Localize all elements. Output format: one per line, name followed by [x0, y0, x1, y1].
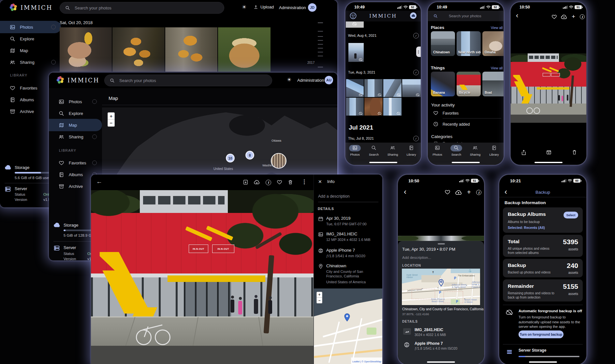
- add-plus-icon[interactable]: +: [467, 189, 471, 196]
- map-cluster-marker[interactable]: 10: [226, 154, 235, 162]
- thing-card[interactable]: Bicycle: [457, 72, 481, 96]
- immich-logo[interactable]: IMMICH: [9, 3, 53, 12]
- photo-thumbnail[interactable]: [218, 27, 271, 72]
- search-bar[interactable]: [60, 2, 224, 14]
- share-icon[interactable]: [521, 149, 526, 155]
- profile-backup-icon[interactable]: [410, 12, 417, 19]
- back-chevron-icon[interactable]: ‹: [516, 12, 518, 19]
- description-input[interactable]: Add description...: [402, 256, 431, 259]
- search-bar[interactable]: Search your photos: [428, 11, 504, 21]
- nav-library[interactable]: Library: [402, 145, 421, 156]
- turn-on-backup-button[interactable]: Turn on foreground backup: [519, 330, 564, 338]
- zoom-in-button[interactable]: +: [316, 292, 322, 298]
- zoom-out-button[interactable]: −: [316, 298, 322, 303]
- viewer-photo[interactable]: [511, 53, 586, 123]
- place-card[interactable]: Near north side: [457, 31, 481, 56]
- favorite-heart-icon[interactable]: [551, 14, 557, 20]
- nav-photos[interactable]: Photos: [345, 145, 364, 156]
- search-input[interactable]: [74, 5, 219, 11]
- archive-icon[interactable]: [243, 179, 248, 185]
- photo-thumbnail[interactable]: [165, 27, 217, 72]
- avatar[interactable]: JD: [308, 3, 316, 12]
- select-group-icon[interactable]: ✓: [413, 33, 419, 38]
- delete-trash-icon[interactable]: [572, 149, 577, 155]
- place-card[interactable]: Chinatown: [431, 31, 455, 56]
- info-icon[interactable]: i: [476, 190, 481, 195]
- info-mini-map[interactable]: + − Leaflet | © OpenStreetMap: [314, 288, 382, 364]
- sidebar-item-photos[interactable]: Photos: [0, 21, 61, 33]
- photo-thumbnail[interactable]: [348, 43, 364, 62]
- activity-recently-added[interactable]: Recently added: [443, 122, 470, 127]
- zoom-out-button[interactable]: −: [108, 119, 115, 127]
- sidebar-item-explore[interactable]: Explore: [49, 107, 102, 119]
- nav-sharing[interactable]: Sharing: [466, 145, 485, 156]
- nav-library[interactable]: Library: [485, 145, 504, 156]
- zoom-in-button[interactable]: +: [108, 112, 115, 119]
- photo-thumbnail[interactable]: [364, 79, 383, 97]
- nav-photos[interactable]: Photos: [428, 145, 447, 156]
- photo-thumbnail[interactable]: [346, 79, 364, 97]
- select-group-icon[interactable]: ✓: [413, 136, 419, 141]
- photo-thumbnail[interactable]: [402, 79, 421, 97]
- photo-thumbnail[interactable]: [364, 98, 383, 116]
- description-input[interactable]: Add a description: [318, 194, 350, 199]
- sheet-drag-handle[interactable]: [438, 243, 445, 245]
- sidebar-item-sharing[interactable]: Sharing: [0, 56, 61, 68]
- immich-logo[interactable]: IMMICH: [56, 76, 100, 84]
- photo-thumbnail[interactable]: [383, 98, 402, 116]
- info-icon[interactable]: i: [580, 14, 585, 19]
- administration-link[interactable]: Administration: [279, 5, 306, 10]
- photo-thumbnail[interactable]: [112, 27, 165, 72]
- sidebar-item-map[interactable]: Map: [49, 119, 102, 131]
- viewer-photo[interactable]: IN-N-OUT IN-N-OUT: [91, 190, 314, 364]
- photo-thumbnail[interactable]: [60, 27, 112, 72]
- sidebar-item-map[interactable]: Map: [0, 44, 61, 57]
- nav-search[interactable]: Search: [364, 145, 383, 156]
- viewer-photo[interactable]: [398, 236, 484, 241]
- archive-icon[interactable]: [546, 150, 551, 155]
- photo-thumbnail[interactable]: [346, 98, 364, 116]
- photo-thumbnail[interactable]: [346, 21, 364, 28]
- detail-row-location[interactable]: Chinatown City and County of San Francis…: [326, 263, 378, 284]
- map-photo-marker[interactable]: [271, 153, 286, 169]
- favorite-heart-icon[interactable]: [445, 189, 450, 195]
- theme-toggle-sun-icon[interactable]: ☀: [242, 4, 246, 10]
- detail-bottom-sheet[interactable]: Tue, Apr 30, 2019 • 8:07 PM Add descript…: [398, 241, 484, 364]
- sidebar-item-explore[interactable]: Explore: [0, 33, 61, 45]
- activity-favorites[interactable]: Favorites: [443, 111, 459, 116]
- select-group-icon[interactable]: ✓: [413, 70, 419, 75]
- upload-button[interactable]: Upload: [254, 5, 274, 9]
- search-bar[interactable]: [104, 75, 272, 86]
- timeline-scrubber[interactable]: 2017: [305, 18, 334, 77]
- download-cloud-icon[interactable]: [254, 180, 260, 185]
- photo-thumbnail[interactable]: [383, 79, 402, 97]
- back-chevron-icon[interactable]: ‹: [404, 188, 406, 196]
- select-button[interactable]: Select: [564, 212, 578, 218]
- thing-card[interactable]: Banana: [431, 72, 455, 96]
- info-icon[interactable]: i: [266, 180, 271, 185]
- nav-sharing[interactable]: Sharing: [383, 145, 402, 156]
- map-cluster-marker[interactable]: 8: [245, 151, 254, 160]
- sidebar-item-sharing[interactable]: Sharing: [49, 131, 102, 143]
- search-input[interactable]: [119, 78, 267, 83]
- favorite-heart-icon[interactable]: [277, 179, 282, 185]
- view-all-link[interactable]: View all: [491, 26, 503, 30]
- nav-search[interactable]: Search: [447, 145, 466, 156]
- detail-row-date[interactable]: Apr 30, 2019 Tue, 6:07 PM GMT-07:00: [326, 216, 378, 226]
- add-plus-icon[interactable]: +: [572, 13, 575, 20]
- location-map[interactable]: ✕ ✕ ✕ ✕ ✕ ✕ Hyde Street Harbor Jefferson…: [402, 269, 480, 305]
- timeline-scroll-handle[interactable]: ▲▼: [416, 47, 421, 57]
- sidebar-item-favorites[interactable]: Favorites: [49, 157, 102, 169]
- more-options-icon[interactable]: ⋮: [301, 178, 307, 185]
- avatar[interactable]: AU: [325, 76, 333, 84]
- thing-card[interactable]: Boat: [482, 72, 504, 96]
- upload-cloud-icon[interactable]: [455, 190, 462, 195]
- sidebar-item-photos[interactable]: Photos: [49, 95, 102, 108]
- place-card[interactable]: Omaha: [482, 31, 504, 56]
- administration-link[interactable]: Administration: [297, 78, 324, 83]
- back-icon[interactable]: ←: [96, 178, 102, 185]
- theme-toggle-sun-icon[interactable]: ☀: [287, 77, 291, 83]
- view-all-link[interactable]: View all: [491, 66, 503, 70]
- delete-trash-icon[interactable]: [288, 179, 293, 185]
- upload-cloud-icon[interactable]: [561, 15, 567, 19]
